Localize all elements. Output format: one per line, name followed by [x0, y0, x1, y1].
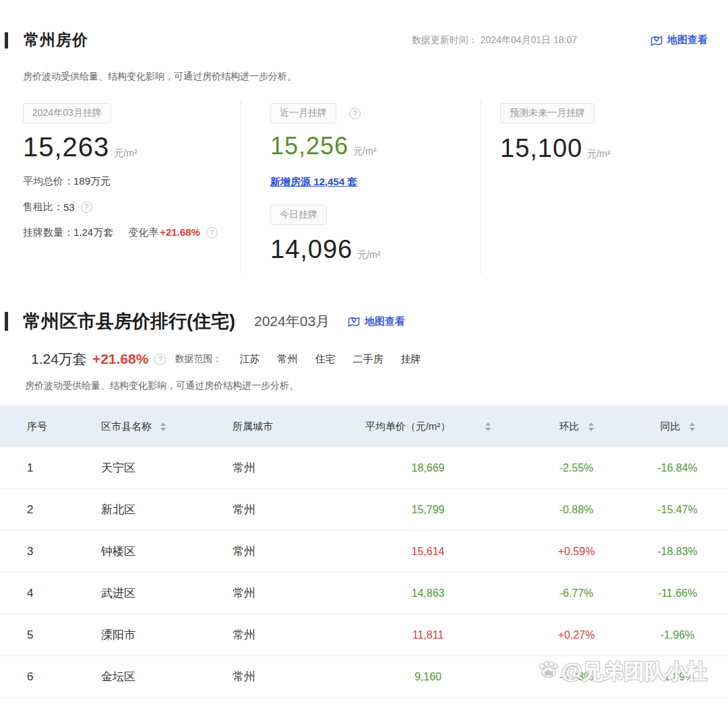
cell-price: 11,811: [330, 629, 526, 641]
rent-ratio-value: 53: [63, 201, 75, 213]
cell-rank: 2: [0, 503, 74, 517]
header-mom: 环比: [526, 420, 627, 433]
forecast-badge: 预测未来一月挂牌: [500, 103, 595, 123]
cell-price: 18,669: [330, 462, 526, 474]
title-accent-bar: [5, 32, 8, 49]
listing-count-row: 挂牌数量： 1.24万套 变化率+21.68% ?: [23, 226, 240, 239]
scope-item-listing: 挂牌: [400, 353, 421, 366]
update-time-label: 数据更新时间：: [412, 34, 478, 45]
table-row[interactable]: 4 武进区 常州 14,863 -6.77% -11.66%: [0, 573, 728, 614]
price-unit: 元/m²: [353, 146, 376, 158]
page-title: 常州房价: [24, 30, 88, 51]
month-listing-panel: 2024年03月挂牌 15,263 元/m² 平均总价： 189万元 售租比： …: [0, 100, 240, 274]
map-view-link[interactable]: 地图查看: [650, 34, 708, 47]
svg-text:du: du: [545, 670, 553, 676]
table-header-row: 序号 区市县名称 所属城市 平均单价（元/m²） 环比 同比: [0, 406, 728, 447]
header-yoy: 同比: [627, 420, 728, 433]
change-rate-value: +21.68%: [160, 226, 200, 238]
cell-city: 常州: [209, 585, 330, 601]
table-row[interactable]: 5 溧阳市 常州 11,811 +0.27% -1.96%: [0, 614, 728, 656]
price-value: 15,256: [270, 132, 348, 160]
help-icon[interactable]: ?: [154, 354, 166, 365]
cell-rank: 1: [0, 461, 74, 475]
today-listing-price: 14,096 元/m²: [270, 235, 481, 264]
map-view-label: 地图查看: [667, 34, 708, 46]
forecast-price: 15,100 元/m²: [500, 134, 728, 163]
cell-mom: +0.27%: [526, 629, 627, 641]
paw-logo-icon: du: [537, 657, 560, 686]
scope-item-city: 常州: [277, 353, 297, 366]
table-row[interactable]: 1 天宁区 常州 18,669 -2.55% -16.84%: [0, 447, 728, 489]
cell-city: 常州: [209, 544, 330, 559]
price-value: 15,100: [500, 134, 582, 163]
sort-icon[interactable]: [485, 422, 491, 431]
ranking-section: 常州区市县房价排行(住宅) 2024年03月 地图查看 1.24万套 +21.6…: [0, 309, 728, 698]
cell-city: 常州: [209, 502, 330, 517]
watermark-text: @兄弟团队小杜: [562, 657, 707, 686]
cell-city: 常州: [209, 460, 330, 476]
data-update-time: 数据更新时间：2024年04月01日 18:07: [412, 34, 577, 46]
forecast-panel: 预测未来一月挂牌 15,100 元/m²: [481, 100, 728, 274]
change-rate: 变化率+21.68%: [128, 226, 200, 239]
cell-rank: 4: [0, 587, 74, 600]
total-change-rate: +21.68%: [92, 351, 149, 367]
sort-icon[interactable]: [160, 422, 166, 431]
price-unit: 元/m²: [587, 148, 610, 160]
ranking-table: 序号 区市县名称 所属城市 平均单价（元/m²） 环比 同比 1 天宁区 常州: [0, 406, 728, 698]
header-rank: 序号: [0, 420, 74, 433]
map-view-label: 地图查看: [365, 315, 405, 328]
scope-item-market: 二手房: [353, 353, 383, 366]
scope-label: 数据范围：: [175, 353, 222, 365]
cell-city: 常州: [209, 669, 330, 684]
map-pin-icon: [650, 34, 663, 47]
cell-district: 武进区: [74, 585, 209, 601]
recent-listing-panel: 近一月挂牌 ? 15,256 元/m² 新增房源 12,454 套 今日挂牌 1…: [240, 100, 481, 274]
sort-icon[interactable]: [690, 422, 695, 431]
cell-price: 15,614: [330, 546, 526, 558]
price-unit: 元/m²: [357, 249, 380, 261]
map-pin-icon: [347, 315, 361, 328]
cell-mom: -2.55%: [526, 462, 627, 474]
cell-rank: 5: [0, 629, 74, 642]
header-price: 平均单价（元/m²）: [330, 420, 526, 433]
today-listing-badge: 今日挂牌: [270, 205, 327, 225]
help-icon[interactable]: ?: [349, 108, 361, 119]
sort-icon[interactable]: [588, 422, 594, 431]
listing-count-value: 1.24万套: [73, 226, 113, 239]
sale-rent-ratio: 售租比： 53 ?: [23, 201, 240, 214]
cell-yoy: -18.83%: [627, 546, 728, 558]
price-value: 14,096: [270, 235, 353, 264]
cell-rank: 3: [0, 545, 74, 558]
total-listing-count: 1.24万套: [31, 350, 87, 368]
month-listing-badge: 2024年03月挂牌: [23, 103, 111, 123]
ranking-month: 2024年03月: [254, 312, 330, 331]
avg-total-value: 189万元: [73, 175, 111, 188]
price-unit: 元/m²: [114, 148, 137, 160]
ranking-subtitle: 房价波动受供给量、结构变化影响，可通过房价结构进一步分析。: [25, 380, 728, 392]
table-row[interactable]: 2 新北区 常州 15,799 -0.88% -15.47%: [0, 489, 728, 531]
recent-listing-price: 15,256 元/m²: [270, 132, 481, 160]
listing-count-label: 挂牌数量：: [23, 226, 73, 239]
cell-city: 常州: [209, 627, 330, 643]
month-listing-price: 15,263 元/m²: [23, 132, 240, 162]
cell-district: 溧阳市: [74, 627, 209, 643]
cell-rank: 6: [0, 670, 74, 684]
table-row[interactable]: 3 钟楼区 常州 15,614 +0.59% -18.83%: [0, 531, 728, 573]
ranking-title: 常州区市县房价排行(住宅): [23, 309, 235, 333]
rent-ratio-label: 售租比：: [23, 201, 63, 214]
help-icon[interactable]: ?: [81, 201, 92, 213]
change-rate-label: 变化率: [128, 226, 158, 238]
map-view-link[interactable]: 地图查看: [347, 315, 405, 328]
avg-total-label: 平均总价：: [23, 175, 73, 188]
watermark: du @兄弟团队小杜: [537, 657, 707, 686]
cell-mom: +0.59%: [526, 546, 627, 558]
cell-yoy: -16.84%: [627, 462, 728, 474]
cell-price: 15,799: [330, 504, 526, 516]
ranking-stats: 1.24万套 +21.68% ? 数据范围： 江苏 常州 住宅 二手房 挂牌: [31, 350, 728, 368]
cell-yoy: -15.47%: [627, 504, 728, 516]
help-icon[interactable]: ?: [206, 227, 218, 238]
new-listings-link[interactable]: 新增房源 12,454 套: [270, 176, 357, 189]
cell-district: 新北区: [74, 502, 209, 517]
cell-yoy: -11.66%: [627, 587, 728, 600]
update-time-value: 2024年04月01日 18:07: [481, 34, 577, 45]
